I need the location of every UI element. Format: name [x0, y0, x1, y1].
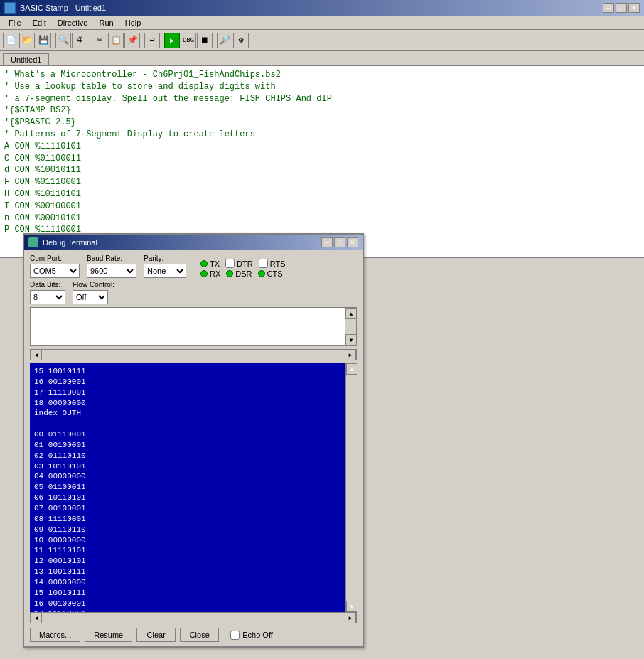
pref-button[interactable]: ⚙	[233, 33, 249, 48]
debug-title-label: Debug Terminal	[43, 238, 97, 247]
cts-label: CTS	[267, 269, 283, 278]
print-button[interactable]: 🖨	[72, 33, 87, 48]
input-scrollbar-h[interactable]: ◄ ►	[30, 349, 357, 360]
controls-row-1: Com Port: COM5 Baud Rate: 9600 Parity: N…	[24, 250, 363, 281]
scroll-right-btn[interactable]: ►	[345, 349, 356, 360]
terminal-output-area: 15 1001011116 0010000117 1111000118 0000…	[30, 363, 357, 612]
close-dialog-button[interactable]: Close	[180, 628, 219, 642]
flow-control-label: Flow Control:	[73, 281, 114, 289]
menu-help[interactable]: Help	[119, 18, 147, 28]
resume-button[interactable]: Resume	[85, 628, 132, 642]
menu-run[interactable]: Run	[94, 18, 119, 28]
dsr-indicator: DSR	[226, 269, 252, 278]
run-button[interactable]: ▶	[164, 33, 180, 48]
debug-maximize-button[interactable]: □	[334, 237, 345, 247]
menu-directive[interactable]: Directive	[52, 18, 94, 28]
new-button[interactable]: 📄	[3, 33, 18, 48]
toolbar: 📄 📂 💾 🔍 🖨 ✂ 📋 📌 ↩ ▶ DBG ⏹ 🔎 ⚙	[0, 30, 644, 51]
scroll-left-btn[interactable]: ◄	[31, 349, 42, 360]
baud-rate-label: Baud Rate:	[87, 255, 136, 262]
scroll-up-btn[interactable]: ▲	[345, 308, 357, 319]
com-port-label: Com Port:	[30, 255, 80, 262]
code-area[interactable]: ' What's a Microcontroller - Ch6Prj01_Fi…	[0, 66, 644, 258]
data-bits-group: Data Bits: 8	[30, 281, 65, 304]
dtr-checkbox[interactable]	[225, 259, 235, 268]
debug-title-bar: Debug Terminal ─ □ ✕	[24, 235, 363, 250]
parity-select[interactable]: None	[144, 264, 186, 278]
save-button[interactable]: 💾	[36, 33, 51, 48]
com-port-select[interactable]: COM5	[30, 264, 80, 278]
find-button[interactable]: 🔍	[55, 33, 71, 48]
term-scroll-up-btn[interactable]: ▲	[346, 363, 357, 375]
stop-button[interactable]: ⏹	[197, 33, 213, 48]
rx-led	[200, 270, 208, 277]
terminal-scrollbar-v[interactable]: ▲ ▼	[345, 363, 357, 612]
title-bar: BASIC Stamp - Untitled1 ─ □ ✕	[0, 0, 644, 16]
parity-label: Parity:	[144, 255, 186, 262]
paste-button[interactable]: 📌	[124, 33, 140, 48]
flow-control-group: Flow Control: Off	[73, 281, 114, 304]
debug-close-button[interactable]: ✕	[347, 237, 358, 247]
input-text-area[interactable]: ▲ ▼	[30, 307, 357, 346]
cts-indicator: CTS	[258, 269, 283, 278]
dsr-led	[226, 270, 233, 277]
data-bits-select[interactable]: 8	[30, 290, 65, 304]
term-scroll-down-btn[interactable]: ▼	[346, 601, 357, 612]
button-row: Macros... Resume Clear Close Echo Off	[24, 623, 363, 646]
copy-button[interactable]: 📋	[108, 33, 124, 48]
app-title: BASIC Stamp - Untitled1	[20, 4, 106, 12]
identify-button[interactable]: 🔎	[217, 33, 232, 48]
tab-bar: Untitled1	[0, 51, 644, 66]
menu-bar: File Edit Directive Run Help	[0, 16, 644, 30]
tx-label: TX	[210, 259, 220, 268]
dsr-label: DSR	[235, 269, 252, 278]
dtr-label: DTR	[237, 259, 253, 268]
echo-off-group: Echo Off	[230, 631, 273, 640]
close-button[interactable]: ✕	[628, 3, 640, 13]
maximize-button[interactable]: □	[616, 3, 627, 13]
cts-led	[258, 270, 265, 277]
terminal-scrollbar-h[interactable]: ◄ ►	[30, 612, 357, 623]
tx-indicator: TX	[200, 259, 220, 268]
scroll-down-btn[interactable]: ▼	[345, 334, 357, 345]
input-scrollbar-v[interactable]: ▲ ▼	[345, 308, 356, 345]
minimize-button[interactable]: ─	[603, 3, 614, 13]
macros-button[interactable]: Macros...	[30, 628, 80, 642]
debug-terminal-window: Debug Terminal ─ □ ✕ Com Port: COM5 Baud…	[23, 233, 364, 648]
parity-group: Parity: None	[144, 255, 186, 278]
debug-minimize-button[interactable]: ─	[321, 237, 333, 247]
rx-label: RX	[210, 269, 220, 278]
rts-label: RTS	[270, 259, 286, 268]
cut-button[interactable]: ✂	[92, 33, 107, 48]
echo-off-label: Echo Off	[242, 631, 273, 639]
rx-indicator: RX	[200, 269, 220, 278]
dtr-checkbox-group: DTR	[225, 259, 253, 268]
baud-rate-select[interactable]: 9600	[87, 264, 136, 278]
tab-untitled1[interactable]: Untitled1	[3, 53, 49, 65]
terminal-content: 15 1001011116 0010000117 1111000118 0000…	[30, 363, 357, 612]
baud-rate-group: Baud Rate: 9600	[87, 255, 136, 278]
debug-button[interactable]: DBG	[181, 33, 196, 48]
term-scroll-right-btn[interactable]: ►	[345, 612, 356, 623]
term-scroll-left-btn[interactable]: ◄	[31, 612, 42, 623]
rts-checkbox[interactable]	[259, 259, 268, 268]
clear-button[interactable]: Clear	[136, 628, 176, 642]
rts-checkbox-group: RTS	[259, 259, 286, 268]
debug-icon	[28, 237, 38, 247]
com-port-group: Com Port: COM5	[30, 255, 80, 278]
tx-led	[200, 260, 208, 267]
app-icon	[4, 2, 16, 14]
data-bits-label: Data Bits:	[30, 281, 65, 289]
undo-button[interactable]: ↩	[144, 33, 160, 48]
echo-off-checkbox[interactable]	[230, 631, 240, 640]
menu-edit[interactable]: Edit	[27, 18, 52, 28]
open-button[interactable]: 📂	[19, 33, 35, 48]
menu-file[interactable]: File	[3, 18, 27, 28]
flow-control-select[interactable]: Off	[73, 290, 108, 304]
